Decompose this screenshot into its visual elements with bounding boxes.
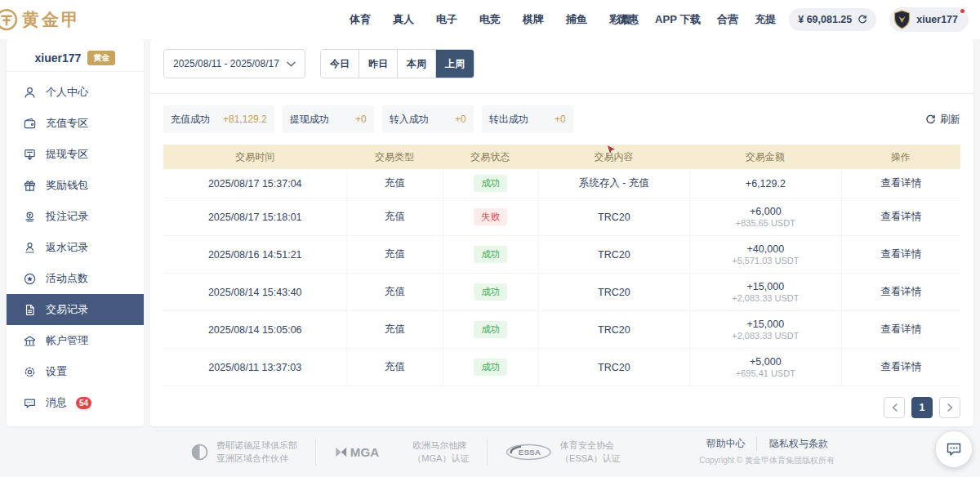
transactions-table: 交易时间交易类型交易状态交易内容交易金额操作 2025/08/17 15:37:…	[163, 145, 960, 386]
user-menu[interactable]: xiuer177	[889, 7, 969, 32]
nav-item[interactable]: 真人	[393, 12, 414, 27]
partner-cert: ESSA 体育安全协会 （ESSA）认证	[487, 439, 638, 466]
cell-time: 2025/08/17 15:37:04	[163, 169, 346, 198]
quick-link[interactable]: 充提	[755, 12, 776, 27]
date-tab[interactable]: 昨日	[359, 50, 397, 78]
stat-label: 提现成功	[290, 113, 329, 127]
sidebar-item[interactable]: 充值专区	[7, 108, 144, 139]
cell-content: TRC20	[538, 274, 689, 310]
brand-logo[interactable]: 黄金甲	[0, 7, 81, 32]
refresh-button[interactable]: 刷新	[925, 113, 960, 127]
sidebar-user: xiuer177 黄金	[7, 44, 144, 72]
quick-link[interactable]: APP 下载	[655, 12, 701, 27]
cell-status: 失败	[443, 198, 538, 235]
svg-text:ESSA: ESSA	[519, 448, 541, 457]
cell-type: 充值	[346, 198, 442, 235]
date-tab[interactable]: 本周	[397, 50, 435, 78]
sidebar-item-label: 消息	[46, 395, 67, 410]
balance-amount: ¥ 69,081.25	[798, 14, 852, 25]
withdraw-icon	[23, 148, 37, 162]
sidebar-item[interactable]: 投注记录	[7, 201, 144, 232]
nav-item[interactable]: 捕鱼	[566, 12, 587, 27]
cell-content: TRC20	[538, 198, 689, 235]
stats-row: 充值成功 +81,129.2 提现成功 +0 转入成功 +0 转出成功	[163, 105, 960, 133]
partner-line1: 费耶诺德足球俱乐部	[216, 439, 297, 452]
status-badge: 失败	[474, 208, 507, 225]
sidebar-item[interactable]: 设置	[7, 356, 144, 387]
cell-action: 查看详情	[841, 198, 960, 235]
nav-item[interactable]: 棋牌	[523, 12, 544, 27]
nav-item[interactable]: 电竞	[479, 12, 501, 27]
nav-item[interactable]: 电子	[436, 12, 457, 27]
sidebar-item[interactable]: 活动点数	[7, 263, 144, 294]
brand-logo-text: 黄金甲	[22, 8, 81, 31]
amount-main: +5,000	[750, 356, 782, 368]
footer: 费耶诺德足球俱乐部 亚洲区域合作伙伴 MGA 欧洲马尔他牌 （MGA）认证 ES…	[0, 426, 980, 477]
nav-item[interactable]: 彩票	[609, 12, 630, 27]
table-row: 2025/08/17 15:18:01 充值 失败 TRC20 +6,000 +…	[163, 198, 960, 236]
prev-page-button[interactable]	[884, 397, 905, 418]
date-range-select[interactable]: 2025/08/11 - 2025/08/17	[163, 49, 305, 78]
shield-avatar-icon	[893, 10, 911, 29]
sidebar-menu: 个人中心 充值专区 提现专区 奖励钱包	[7, 77, 144, 418]
sidebar-item-label: 返水记录	[46, 240, 88, 255]
view-details-link[interactable]: 查看详情	[880, 323, 921, 337]
view-details-link[interactable]: 查看详情	[880, 285, 921, 299]
stat-value: +0	[455, 114, 466, 125]
transaction-record-icon	[23, 303, 37, 317]
table-header-row: 交易时间交易类型交易状态交易内容交易金额操作	[163, 145, 960, 169]
sidebar-item-label: 投注记录	[46, 209, 88, 224]
cell-time: 2025/08/16 14:51:21	[163, 236, 346, 273]
stat-box: 转入成功 +0	[382, 105, 474, 133]
sidebar: xiuer177 黄金 个人中心 充值专区 提现专区	[7, 39, 144, 426]
sidebar-item[interactable]: 返水记录	[7, 232, 144, 263]
main-nav: 体育真人电子电竞棋牌捕鱼彩票	[350, 12, 630, 27]
next-page-button[interactable]	[939, 397, 960, 418]
cell-action: 查看详情	[841, 274, 960, 310]
footer-link[interactable]: 帮助中心	[706, 437, 746, 451]
wallet-icon	[23, 117, 37, 131]
partner-line2: （MGA）认证	[412, 452, 469, 466]
cell-type: 充值	[346, 169, 442, 198]
pagination: 1	[163, 397, 960, 418]
message-count-badge: 54	[76, 397, 91, 409]
quick-link[interactable]: 合营	[717, 12, 738, 27]
sidebar-item[interactable]: 奖励钱包	[7, 170, 144, 201]
table-row: 2025/08/14 15:43:40 充值 成功 TRC20 +15,000 …	[163, 274, 960, 311]
sidebar-item[interactable]: 交易记录	[7, 294, 144, 325]
sidebar-item[interactable]: 提现专区	[7, 139, 144, 170]
header-right: 优惠APP 下载合营充提 ¥ 69,081.25 xiuer177	[617, 7, 969, 32]
sidebar-item[interactable]: 个人中心	[7, 77, 144, 108]
refresh-icon[interactable]	[858, 15, 867, 25]
chat-support-button[interactable]	[936, 431, 972, 467]
amount-usdt: +2,083.33 USDT	[732, 293, 799, 303]
cell-action: 查看详情	[841, 311, 960, 348]
status-badge: 成功	[474, 359, 507, 376]
date-tab[interactable]: 上周	[435, 50, 474, 78]
table-body: 2025/08/17 15:37:04 充值 成功 系统存入 - 充值 +6,1…	[163, 169, 960, 386]
view-details-link[interactable]: 查看详情	[880, 247, 921, 261]
cell-amount: +6,129.2	[689, 169, 840, 198]
sidebar-item[interactable]: 帐户管理	[7, 325, 144, 356]
cell-action: 查看详情	[841, 349, 960, 386]
footer-link[interactable]: 隐私权与条款	[756, 437, 828, 451]
amount-main: +40,000	[747, 243, 785, 255]
bank-icon	[23, 334, 37, 348]
date-tab[interactable]: 今日	[321, 50, 359, 78]
activity-points-icon	[23, 272, 37, 286]
current-page-button[interactable]: 1	[911, 397, 933, 418]
feyenoord-logo	[191, 444, 208, 461]
view-details-link[interactable]: 查看详情	[880, 176, 921, 190]
status-badge: 成功	[474, 321, 507, 338]
balance-pill[interactable]: ¥ 69,081.25	[789, 8, 876, 31]
status-badge: 成功	[474, 246, 507, 263]
view-details-link[interactable]: 查看详情	[880, 210, 921, 224]
amount-main: +6,000	[750, 206, 782, 217]
nav-item[interactable]: 体育	[350, 12, 371, 27]
sidebar-item[interactable]: 消息 54	[7, 387, 144, 418]
amount-usdt: +5,571.03 USDT	[732, 256, 799, 265]
rebate-icon	[23, 241, 37, 255]
view-details-link[interactable]: 查看详情	[880, 360, 921, 374]
cell-status: 成功	[443, 169, 538, 198]
cell-type: 充值	[346, 274, 442, 310]
